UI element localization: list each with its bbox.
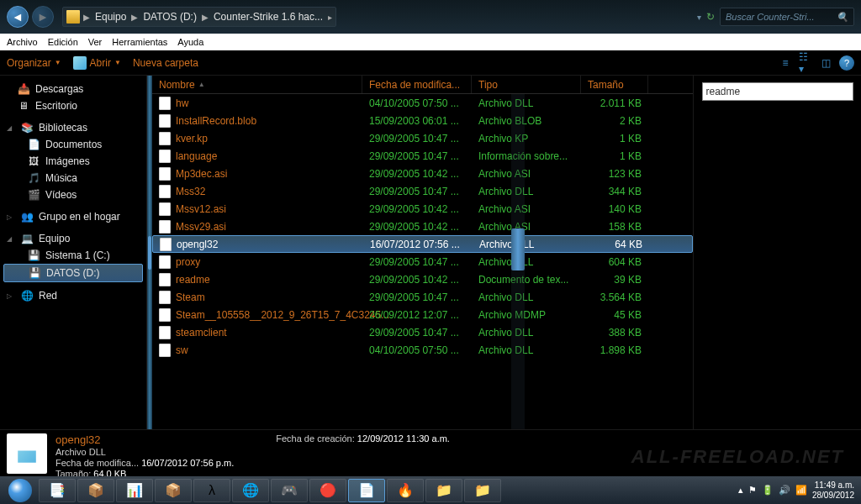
menu-view[interactable]: Ver	[88, 37, 103, 47]
organize-button[interactable]: Organizar▼	[7, 57, 61, 69]
file-row[interactable]: Steam__105558__2012_9_26T15_7_4C3245... …	[152, 306, 693, 323]
flag-icon[interactable]: ⚑	[748, 485, 757, 496]
sidebar-item[interactable]: 🖼Imágenes	[0, 153, 146, 170]
preview-filename[interactable]	[702, 82, 853, 101]
file-icon	[159, 255, 171, 269]
new-folder-button[interactable]: Nueva carpeta	[133, 57, 198, 69]
file-row[interactable]: Mssv12.asi 29/09/2005 10:42 ... Archivo …	[152, 200, 693, 218]
clock[interactable]: 11:49 a.m. 28/09/2012	[812, 480, 854, 501]
sidebar-item[interactable]: 🖥Escritorio	[0, 97, 146, 114]
file-row[interactable]: Mssv29.asi 29/09/2005 10:42 ... Archivo …	[152, 218, 693, 235]
file-row[interactable]: proxy 29/09/2005 10:47 ... Archivo DLL 6…	[152, 253, 693, 270]
breadcrumb-item[interactable]: Equipo	[93, 11, 128, 23]
breadcrumb-item[interactable]: Counter-Strike 1.6 hac...	[212, 11, 325, 23]
sidebar-item[interactable]: 📥Descargas	[0, 81, 146, 97]
column-date[interactable]: Fecha de modifica...	[362, 76, 472, 93]
breadcrumb-item[interactable]: DATOS (D:)	[141, 11, 198, 23]
taskbar-app[interactable]: 📊	[116, 479, 153, 502]
file-date: 29/09/2005 10:47 ...	[362, 133, 472, 144]
column-name[interactable]: Nombre ▲	[152, 76, 362, 93]
taskbar-app[interactable]: 📁	[464, 479, 501, 502]
chevron-right-icon: ▸	[328, 13, 332, 22]
file-date: 29/09/2005 10:47 ...	[362, 150, 472, 162]
start-button[interactable]	[3, 478, 37, 503]
file-date: 04/10/2005 07:50 ...	[362, 344, 472, 356]
file-row[interactable]: language 29/09/2005 10:47 ... Informació…	[152, 147, 693, 165]
open-button[interactable]: Abrir▼	[73, 56, 121, 70]
sidebar-drive[interactable]: 💾DATOS (D:)	[3, 264, 143, 282]
taskbar-app[interactable]: 🎮	[271, 479, 308, 502]
file-row[interactable]: kver.kp 29/09/2005 10:47 ... Archivo KP …	[152, 129, 693, 147]
sidebar-item[interactable]: 🎵Música	[0, 170, 146, 186]
file-date: 29/09/2005 10:47 ...	[362, 256, 472, 268]
taskbar-app[interactable]: 🌐	[232, 479, 269, 502]
file-type: Archivo DLL	[472, 256, 581, 268]
file-name: InstallRecord.blob	[176, 115, 256, 127]
toolbar: Organizar▼ Abrir▼ Nueva carpeta ≡ ☷ ▾ ◫ …	[0, 50, 861, 76]
taskbar-app[interactable]: 🔴	[309, 479, 346, 502]
menu-edit[interactable]: Edición	[48, 37, 78, 47]
view-options-icon[interactable]: ☷ ▾	[799, 56, 812, 70]
back-button[interactable]: ◄	[7, 6, 29, 28]
taskbar-app[interactable]: 📁	[425, 479, 462, 502]
column-size[interactable]: Tamaño	[581, 76, 648, 93]
file-type: Archivo DLL	[472, 97, 581, 109]
file-icon	[159, 291, 171, 304]
network-icon[interactable]: 📶	[795, 485, 807, 496]
file-name: proxy	[176, 256, 200, 268]
menu-file[interactable]: Archivo	[7, 37, 38, 47]
refresh-icon[interactable]: ↻	[706, 11, 715, 23]
file-name: Steam	[176, 291, 205, 303]
file-type-icon	[7, 433, 47, 474]
sidebar-libraries[interactable]: ◢📚Bibliotecas	[0, 119, 146, 136]
taskbar-app[interactable]: 🔥	[387, 479, 424, 502]
file-row[interactable]: InstallRecord.blob 15/09/2003 06:01 ... …	[152, 112, 693, 129]
file-date: 04/10/2005 07:50 ...	[362, 97, 472, 109]
volume-icon[interactable]: 🔊	[779, 485, 790, 496]
file-icon	[160, 238, 172, 251]
file-row[interactable]: readme 29/09/2005 10:42 ... Documento de…	[152, 270, 693, 288]
file-row[interactable]: sw 04/10/2005 07:50 ... Archivo DLL 1.89…	[152, 341, 693, 359]
view-details-icon[interactable]: ≡	[779, 56, 792, 70]
taskbar-app[interactable]: 📑	[39, 479, 76, 502]
file-size: 123 KB	[581, 168, 648, 180]
help-icon[interactable]: ?	[839, 55, 854, 71]
taskbar-app[interactable]: 📄	[348, 479, 385, 502]
chevron-down-icon[interactable]: ▾	[697, 13, 701, 22]
file-row[interactable]: Mss32 29/09/2005 10:47 ... Archivo DLL 3…	[152, 182, 693, 200]
search-input[interactable]: Buscar Counter-Stri... 🔍	[720, 8, 854, 26]
taskbar-app[interactable]: λ	[193, 479, 230, 502]
column-type[interactable]: Tipo	[472, 76, 581, 93]
search-placeholder: Buscar Counter-Stri...	[726, 12, 815, 22]
breadcrumb[interactable]: ▶ Equipo ▶ DATOS (D:) ▶ Counter-Strike 1…	[62, 7, 336, 27]
sidebar-computer[interactable]: ◢💻Equipo	[0, 230, 146, 247]
sidebar-drive[interactable]: 💾Sistema 1 (C:)	[0, 247, 146, 264]
file-type: Documento de tex...	[472, 274, 581, 286]
taskbar-app[interactable]: 📦	[77, 479, 114, 502]
forward-button[interactable]: ►	[32, 6, 54, 28]
file-type: Archivo DLL	[472, 344, 581, 356]
sidebar-homegroup[interactable]: ▷👥Grupo en el hogar	[0, 208, 146, 225]
sidebar-item[interactable]: 🎬Vídeos	[0, 186, 146, 203]
file-size: 1.898 KB	[581, 344, 648, 356]
file-type: Archivo KP	[472, 133, 581, 144]
menu-help[interactable]: Ayuda	[177, 37, 203, 47]
file-row[interactable]: hw 04/10/2005 07:50 ... Archivo DLL 2.01…	[152, 94, 693, 112]
file-date: 16/07/2012 07:56 ...	[363, 239, 473, 250]
taskbar-app[interactable]: 📦	[155, 479, 192, 502]
scrollbar[interactable]	[511, 94, 525, 429]
file-icon	[159, 308, 171, 322]
nav-bar: ◄ ► ▶ Equipo ▶ DATOS (D:) ▶ Counter-Stri…	[0, 0, 861, 34]
sidebar-network[interactable]: ▷🌐Red	[0, 287, 146, 304]
file-row[interactable]: opengl32 16/07/2012 07:56 ... Archivo DL…	[152, 235, 693, 253]
file-row[interactable]: Steam 29/09/2005 10:47 ... Archivo DLL 3…	[152, 288, 693, 306]
battery-icon[interactable]: 🔋	[762, 485, 774, 496]
folder-icon: 🖥	[17, 99, 30, 113]
file-row[interactable]: Mp3dec.asi 29/09/2005 10:42 ... Archivo …	[152, 165, 693, 182]
sidebar-item[interactable]: 📄Documentos	[0, 136, 146, 153]
file-row[interactable]: steamclient 29/09/2005 10:47 ... Archivo…	[152, 323, 693, 341]
tray-arrow-icon[interactable]: ▴	[738, 485, 743, 496]
file-name: readme	[176, 274, 210, 286]
preview-pane-icon[interactable]: ◫	[819, 56, 832, 70]
menu-tools[interactable]: Herramientas	[112, 37, 167, 47]
